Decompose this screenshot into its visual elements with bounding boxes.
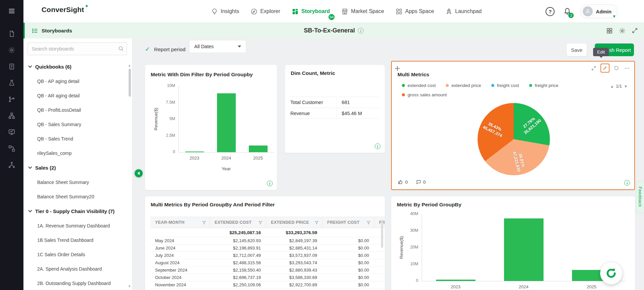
tree-group[interactable]: Tier 0 - Supply Chain Visibility (7)	[23, 204, 128, 218]
notifications-bell[interactable]: 3	[563, 7, 571, 16]
nav-launchpad[interactable]: Launchpad	[445, 8, 482, 15]
tree-group[interactable]: Sales (2)	[23, 160, 128, 175]
nav-label: Explorer	[260, 8, 280, 14]
help-icon[interactable]: ?	[546, 7, 555, 16]
column-header[interactable]: YEAR-MONTH	[150, 217, 210, 228]
like-button[interactable]: 0	[398, 179, 408, 185]
page-down-icon[interactable]: ▼	[624, 84, 628, 88]
legend-item[interactable]: extended cost	[402, 83, 436, 88]
bar-2024[interactable]	[217, 93, 236, 152]
storyboard-item[interactable]: Balance Sheet Summary20	[23, 189, 128, 204]
table-row[interactable]: November 2024$2,250,109.06$2,922,700.89$…	[150, 281, 385, 289]
column-header[interactable]: EXTENDED COST	[210, 217, 266, 228]
conversight-logo[interactable]: ConverSight	[42, 6, 89, 14]
table-row[interactable]: September 2024$2,158,550.40$2,880,939.43…	[150, 267, 385, 274]
storyboard-item[interactable]: 1B Sales Trend Dashboard	[23, 233, 128, 247]
nav-insights[interactable]: Insights	[211, 8, 239, 15]
tree-group-label: Sales (2)	[35, 165, 56, 171]
search-icon[interactable]	[118, 45, 124, 53]
scroll-down-arrow[interactable]: ▼	[128, 285, 131, 288]
labs-icon[interactable]	[8, 79, 15, 87]
legend-item[interactable]: freight price	[529, 83, 559, 88]
org-structure-icon[interactable]	[8, 161, 15, 169]
title-info-icon[interactable]: i	[358, 28, 364, 33]
comment-button[interactable]: 0	[416, 179, 426, 185]
expand-fullscreen-icon[interactable]	[632, 27, 638, 34]
save-button[interactable]: Save	[567, 43, 587, 56]
storyboard-item[interactable]: QB - Sales Trend	[23, 131, 128, 146]
storyboards-section[interactable]: Storyboards	[31, 23, 72, 38]
total-cell: $33,293,376.59	[266, 230, 323, 235]
scroll-up-arrow[interactable]: ▲	[128, 64, 131, 67]
legend-item[interactable]: freight cost	[491, 83, 519, 88]
user-menu[interactable]: Admin ▼	[580, 4, 618, 18]
bar-2025[interactable]	[249, 146, 268, 152]
more-options-icon[interactable]	[623, 64, 631, 72]
header-actions	[606, 23, 638, 38]
page-up-icon[interactable]: ▲	[610, 84, 614, 88]
storyboard-item[interactable]: 1A. Revenue Summary Dashboard	[23, 218, 128, 233]
nav-explorer[interactable]: Explorer	[251, 8, 280, 15]
settings-gear-icon[interactable]	[619, 27, 626, 34]
main-nav: Insights Explorer Storyboard 94 Market S…	[211, 0, 482, 23]
column-header[interactable]: FREIGHT COST	[323, 217, 374, 228]
pie-chart[interactable]	[478, 103, 550, 175]
info-icon[interactable]: i	[624, 180, 630, 186]
menu-icon[interactable]	[8, 7, 15, 15]
storyboard-item[interactable]: QB - ProfitLossDetail	[23, 103, 128, 117]
forms-icon[interactable]	[8, 63, 15, 70]
sidebar-scrollbar[interactable]	[129, 69, 131, 97]
cell: $2,880,939.43	[266, 268, 323, 273]
nav-apps-space[interactable]: Apps Space	[396, 8, 434, 15]
monitoring-icon[interactable]	[8, 128, 15, 136]
bar-2024[interactable]	[504, 218, 544, 281]
storyboard-item[interactable]: 2A. Spend Analysis Dashboard	[23, 262, 128, 276]
report-period-check-icon[interactable]: ✓	[145, 45, 150, 53]
pipelines-icon[interactable]	[8, 96, 15, 103]
y-tick-label: 0	[156, 150, 175, 154]
info-icon[interactable]: i	[375, 143, 380, 149]
assistant-fab[interactable]	[600, 262, 622, 284]
legend-item[interactable]: gross sales amount	[402, 92, 447, 97]
nav-storyboard[interactable]: Storyboard 94	[292, 8, 330, 15]
filter-icon[interactable]	[202, 220, 206, 225]
column-header[interactable]: EXTENDED PRICE	[266, 217, 323, 228]
table-row[interactable]: Total Customer 681	[290, 97, 379, 108]
table-row[interactable]: May 2024$2,145,620.93$2,849,197.39$0.00	[150, 237, 385, 245]
storyboard-item[interactable]: QB - AR aging detail	[23, 88, 128, 103]
tree-group[interactable]: Quickbooks (6)	[23, 59, 128, 74]
table-row[interactable]: October 2024$2,696,737.19$3,586,330.69$0…	[150, 274, 385, 281]
table-row[interactable]: July 2024$2,712,007.49$3,572,937.09$0.00	[150, 252, 385, 259]
history-icon[interactable]	[612, 64, 620, 72]
documents-icon[interactable]	[8, 30, 15, 37]
multi-metrics-card[interactable]: Multi Metrics extended costextended pric…	[391, 61, 635, 190]
filter-icon[interactable]	[258, 220, 263, 225]
table-row[interactable]: June 2024$2,196,893.91$2,885,431.14$0.00	[150, 245, 385, 252]
expand-icon[interactable]	[590, 64, 598, 72]
legend-item[interactable]: extended price	[446, 83, 481, 88]
filter-icon[interactable]	[366, 220, 371, 225]
table-scrollbar[interactable]	[381, 220, 383, 248]
workflows-icon[interactable]	[8, 145, 15, 152]
table-row[interactable]: Revenue $45.46 M	[290, 108, 379, 119]
storyboard-item[interactable]: Balance Sheet Summary	[23, 175, 128, 189]
storyboard-item[interactable]: 1C Sales Order Details	[23, 247, 128, 262]
report-period-dropdown[interactable]: All Dates	[190, 40, 246, 53]
sidebar-collapse-button[interactable]	[135, 169, 143, 177]
column-header[interactable]: FREIGHT PRICE	[374, 217, 385, 228]
feedback-tab[interactable]: Feedback	[636, 181, 644, 213]
search-input[interactable]	[27, 42, 127, 55]
settings-icon[interactable]	[8, 46, 15, 54]
bar-2023[interactable]	[185, 152, 204, 152]
layout-grid-icon[interactable]	[606, 27, 613, 34]
edit-icon[interactable]	[600, 64, 610, 73]
filter-icon[interactable]	[314, 220, 319, 225]
nav-market-space[interactable]: Market Space	[341, 8, 384, 15]
storyboard-item[interactable]: QB - AP aging detail	[23, 74, 128, 88]
bar-2023[interactable]	[436, 280, 476, 281]
table-row[interactable]: August 2024$2,488,315.56$3,293,043.74$0.…	[150, 259, 385, 267]
storyboard-item[interactable]: rileySales_comp	[23, 146, 128, 160]
storyboard-item[interactable]: 2B. Outstanding Supply Dashboard	[23, 276, 128, 290]
storyboard-item[interactable]: QB - Sales Summary	[23, 117, 128, 131]
hierarchy-icon[interactable]	[8, 112, 15, 119]
